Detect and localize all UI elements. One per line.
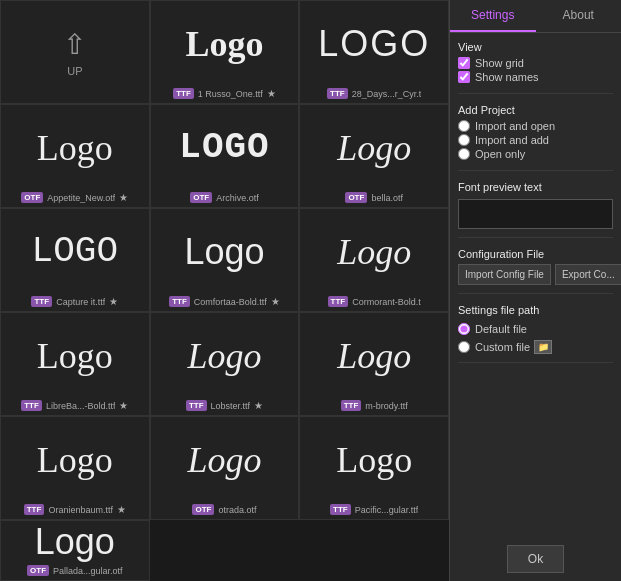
font-name-row: TTFPacific...gular.ttf (300, 502, 448, 519)
font-name-row: TTF28_Days...r_Cyr.t (300, 86, 448, 103)
font-filename: 1 Russo_One.ttf (198, 89, 263, 99)
export-config-button[interactable]: Export Co... (555, 264, 621, 285)
font-name-row: OTFPallada...gular.otf (1, 563, 149, 580)
font-type-badge: TTF (24, 504, 45, 515)
import-open-row[interactable]: Import and open (458, 120, 613, 132)
font-cell[interactable]: LOGOTTF28_Days...r_Cyr.t (299, 0, 449, 104)
config-file-section: Configuration File Import Config File Ex… (458, 248, 613, 294)
font-cell[interactable]: LogoTTFComfortaa-Bold.ttf★ (150, 208, 300, 312)
import-config-button[interactable]: Import Config File (458, 264, 551, 285)
star-icon[interactable]: ★ (254, 400, 263, 411)
tab-settings[interactable]: Settings (450, 0, 536, 32)
star-icon[interactable]: ★ (109, 296, 118, 307)
font-cell[interactable]: LogoOTFotrada.otf (150, 416, 300, 520)
font-preview-text: Logo (151, 1, 299, 86)
folder-icon[interactable]: 📁 (534, 340, 552, 354)
font-cell[interactable]: LogoOTFPallada...gular.otf (0, 520, 150, 581)
star-icon[interactable]: ★ (119, 400, 128, 411)
font-preview-text: Logo (1, 417, 149, 502)
open-only-row[interactable]: Open only (458, 148, 613, 160)
font-type-badge: TTF (186, 400, 207, 411)
font-filename: Lobster.ttf (211, 401, 251, 411)
star-icon[interactable]: ★ (119, 192, 128, 203)
font-type-badge: TTF (173, 88, 194, 99)
font-preview-text: Logo (1, 105, 149, 190)
font-cell[interactable]: LOGOOTFArchive.otf (150, 104, 300, 208)
font-filename: Pallada...gular.otf (53, 566, 123, 576)
font-name-row: TTFComfortaa-Bold.ttf★ (151, 294, 299, 311)
font-name-row: OTFbella.otf (300, 190, 448, 207)
font-filename: Cormorant-Bold.t (352, 297, 421, 307)
font-cell[interactable]: LogoTTFm-brody.ttf (299, 312, 449, 416)
font-type-badge: TTF (330, 504, 351, 515)
default-file-row[interactable]: Default file (458, 323, 613, 335)
font-preview-input[interactable] (458, 199, 613, 229)
import-add-row[interactable]: Import and add (458, 134, 613, 146)
star-icon[interactable]: ★ (117, 504, 126, 515)
font-cell[interactable]: LogoOTFAppetite_New.otf★ (0, 104, 150, 208)
font-cell[interactable]: LogoTTFLibreBa...-Bold.ttf★ (0, 312, 150, 416)
custom-file-label-row[interactable]: Custom file (458, 341, 530, 353)
font-name-row: OTFAppetite_New.otf★ (1, 190, 149, 207)
font-grid: ⇧ UP LogoTTF1 Russo_One.ttf★LOGOTTF28_Da… (0, 0, 450, 581)
import-add-radio[interactable] (458, 134, 470, 146)
font-filename: 28_Days...r_Cyr.t (352, 89, 422, 99)
font-type-badge: OTF (345, 192, 367, 203)
font-filename: Pacific...gular.ttf (355, 505, 419, 515)
font-cell[interactable]: LogoOTFbella.otf (299, 104, 449, 208)
font-type-badge: OTF (190, 192, 212, 203)
font-filename: bella.otf (371, 193, 403, 203)
font-type-badge: TTF (31, 296, 52, 307)
ok-button[interactable]: Ok (507, 545, 564, 573)
show-names-row[interactable]: Show names (458, 71, 613, 83)
show-grid-checkbox[interactable] (458, 57, 470, 69)
settings-content: View Show grid Show names Add Project Im… (450, 33, 621, 581)
font-name-row: TTFm-brody.ttf (300, 398, 448, 415)
font-cell[interactable]: LogoTTF1 Russo_One.ttf★ (150, 0, 300, 104)
star-icon[interactable]: ★ (267, 88, 276, 99)
font-type-badge: TTF (327, 88, 348, 99)
custom-file-label: Custom file (475, 341, 530, 353)
up-cell[interactable]: ⇧ UP (0, 0, 150, 104)
add-project-title: Add Project (458, 104, 613, 116)
font-cell[interactable]: LogoTTFOranienbaum.ttf★ (0, 416, 150, 520)
font-filename: Archive.otf (216, 193, 259, 203)
font-name-row: TTFCormorant-Bold.t (300, 294, 448, 311)
open-only-radio[interactable] (458, 148, 470, 160)
font-type-badge: TTF (169, 296, 190, 307)
font-name-row: OTFArchive.otf (151, 190, 299, 207)
star-icon[interactable]: ★ (271, 296, 280, 307)
default-file-label: Default file (475, 323, 527, 335)
font-filename: Capture it.ttf (56, 297, 105, 307)
font-type-badge: TTF (21, 400, 42, 411)
font-cell[interactable]: LogoTTFPacific...gular.ttf (299, 416, 449, 520)
custom-file-row: Custom file 📁 (458, 340, 613, 354)
font-cell[interactable]: LogoTTFCormorant-Bold.t (299, 208, 449, 312)
font-preview-text: LOGO (1, 209, 149, 294)
show-names-checkbox[interactable] (458, 71, 470, 83)
settings-file-path-section: Settings file path Default file Custom f… (458, 304, 613, 363)
font-name-row: TTF1 Russo_One.ttf★ (151, 86, 299, 103)
font-cell[interactable]: LOGOTTFCapture it.ttf★ (0, 208, 150, 312)
font-preview-text: Logo (1, 521, 149, 563)
show-grid-row[interactable]: Show grid (458, 57, 613, 69)
font-name-row: TTFCapture it.ttf★ (1, 294, 149, 311)
view-title: View (458, 41, 613, 53)
font-filename: LibreBa...-Bold.ttf (46, 401, 116, 411)
config-file-title: Configuration File (458, 248, 613, 260)
default-file-radio[interactable] (458, 323, 470, 335)
font-preview-text: Logo (300, 105, 448, 190)
custom-file-radio[interactable] (458, 341, 470, 353)
import-open-radio[interactable] (458, 120, 470, 132)
font-filename: Appetite_New.otf (47, 193, 115, 203)
font-type-badge: OTF (192, 504, 214, 515)
settings-panel: Settings About View Show grid Show names… (450, 0, 621, 581)
font-preview-text: Logo (151, 313, 299, 398)
font-cell[interactable]: LogoTTFLobster.ttf★ (150, 312, 300, 416)
font-preview-text: Logo (300, 417, 448, 502)
tab-about[interactable]: About (536, 0, 622, 32)
import-add-label: Import and add (475, 134, 549, 146)
font-filename: Oranienbaum.ttf (48, 505, 113, 515)
font-preview-text: Logo (151, 417, 299, 502)
font-preview-title: Font preview text (458, 181, 613, 193)
